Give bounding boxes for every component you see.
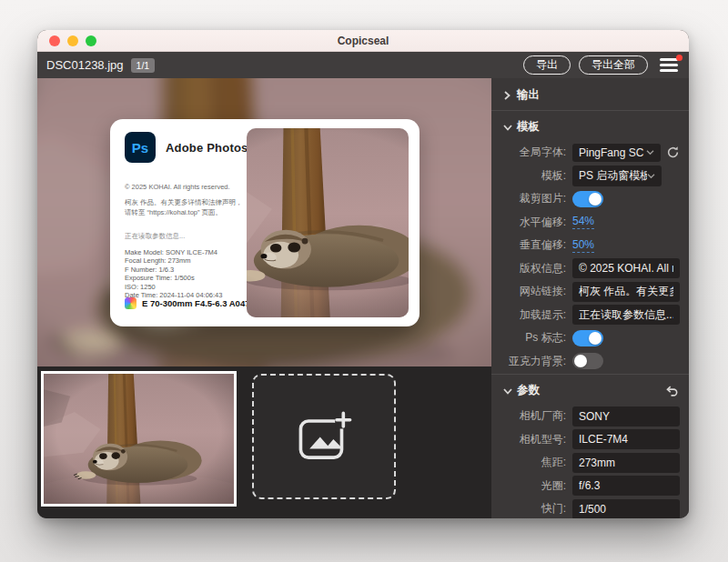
- field-label: 相机型号:: [491, 432, 566, 447]
- field-label: 模板:: [491, 168, 566, 184]
- section-params-label: 参数: [517, 383, 540, 398]
- zoom-icon[interactable]: [86, 35, 96, 46]
- section-output-label: 输出: [517, 87, 540, 103]
- watermark-card[interactable]: Ps Adobe Photoshop © 2025 KOHAI. All rig…: [110, 119, 420, 326]
- photo-preview[interactable]: Ps Adobe Photoshop © 2025 KOHAI. All rig…: [37, 78, 491, 366]
- field-website: 网站链接:: [491, 280, 689, 304]
- field-loading-hint: 加载提示:: [491, 304, 689, 327]
- settings-panel: 输出 模板 全局字体: PingFang SC: [491, 78, 689, 518]
- camera-make-input[interactable]: [572, 406, 680, 427]
- undo-icon[interactable]: [664, 385, 678, 397]
- image-counter-badge: 1/1: [131, 58, 156, 73]
- card-text-block: © 2025 KOHAI. All rights reserved. 柯灰 作品…: [125, 183, 243, 300]
- field-label: 光圈:: [491, 478, 566, 494]
- field-horizontal-offset: 水平偏移: 54%: [491, 211, 689, 235]
- font-select-value: PingFang SC: [579, 146, 646, 159]
- camera-model-input[interactable]: [572, 429, 680, 449]
- section-output[interactable]: 输出: [491, 80, 689, 109]
- website-input[interactable]: [572, 282, 680, 302]
- close-icon[interactable]: [49, 35, 60, 46]
- field-copyright: 版权信息:: [491, 257, 689, 281]
- preview-column: Ps Adobe Photoshop © 2025 KOHAI. All rig…: [37, 78, 491, 518]
- field-camera-model: 相机型号:: [491, 428, 689, 452]
- chevron-down-icon: [647, 173, 655, 179]
- chevron-down-icon: [503, 387, 515, 395]
- field-label: 网站链接:: [491, 284, 566, 299]
- field-label: 快门:: [491, 501, 566, 517]
- current-filename: DSC01238.jpg: [46, 58, 124, 72]
- exif-line: F Number: 1/6.3: [125, 266, 243, 275]
- font-select[interactable]: PingFang SC: [572, 144, 661, 162]
- template-select-value: PS 启动窗模板: [579, 168, 647, 184]
- vertical-offset-value[interactable]: 50%: [572, 238, 594, 253]
- field-label: 相机厂商:: [491, 408, 566, 424]
- divider: [491, 374, 689, 375]
- exif-line: Exposure Time: 1/500s: [125, 274, 243, 283]
- ps-logo-toggle[interactable]: [572, 330, 603, 346]
- exif-line: Make Model: SONY ILCE-7M4: [125, 248, 243, 257]
- field-aperture: 光圈:: [491, 475, 689, 498]
- exif-line: Focal Length: 273mm: [125, 256, 243, 266]
- crop-toggle[interactable]: [572, 191, 603, 207]
- field-crop-image: 裁剪图片:: [491, 187, 689, 211]
- focal-length-input[interactable]: [572, 453, 680, 473]
- field-vertical-offset: 垂直偏移: 50%: [491, 234, 689, 257]
- chevron-right-icon: [503, 91, 515, 100]
- lens-badge: E 70-300mm F4.5-6.3 A047: [125, 297, 249, 309]
- field-label: 裁剪图片:: [491, 191, 566, 206]
- shutter-input[interactable]: [572, 499, 680, 518]
- loading-hint-input[interactable]: [572, 305, 680, 325]
- thumbnail-strip: [37, 366, 491, 518]
- photoshop-logo-icon: Ps: [125, 132, 156, 163]
- chevron-down-icon: [646, 149, 654, 156]
- section-template-label: 模板: [517, 119, 540, 135]
- add-image-dropzone[interactable]: [252, 374, 396, 499]
- window-title: Copicseal: [338, 35, 389, 47]
- field-label: 版权信息:: [491, 261, 566, 276]
- field-shutter: 快门:: [491, 497, 689, 518]
- acrylic-toggle[interactable]: [572, 353, 603, 369]
- field-template: 模板: PS 启动窗模板: [491, 165, 689, 188]
- field-label: 亚克力背景:: [491, 354, 566, 369]
- copyright-input[interactable]: [572, 258, 680, 278]
- toolbar: DSC01238.jpg 1/1 导出 导出全部: [37, 52, 689, 78]
- thumbnail-selected[interactable]: [41, 371, 237, 507]
- hamburger-menu-icon[interactable]: [660, 58, 678, 72]
- field-label: 加载提示:: [491, 307, 566, 323]
- field-global-font: 全局字体: PingFang SC: [491, 141, 689, 165]
- field-acrylic: 亚克力背景:: [491, 350, 689, 374]
- titlebar: Copicseal: [37, 30, 689, 52]
- field-label: 水平偏移:: [491, 215, 566, 230]
- field-camera-make: 相机厂商:: [491, 405, 689, 428]
- refresh-icon[interactable]: [666, 146, 680, 159]
- field-label: 全局字体:: [491, 145, 566, 160]
- field-label: 焦距:: [491, 455, 566, 470]
- exif-line: ISO: 1250: [125, 283, 243, 292]
- card-photo: [247, 128, 409, 317]
- export-button[interactable]: 导出: [523, 55, 571, 75]
- card-copyright: © 2025 KOHAI. All rights reserved.: [125, 183, 243, 192]
- app-window: Copicseal DSC01238.jpg 1/1 导出 导出全部 Ps: [37, 30, 689, 518]
- notification-dot: [676, 55, 682, 61]
- card-exif-block: Make Model: SONY ILCE-7M4 Focal Length: …: [125, 248, 243, 301]
- lens-color-icon: [125, 297, 136, 309]
- minimize-icon[interactable]: [67, 35, 78, 46]
- card-website: 柯灰 作品。有关更多详情和法律声明，请转至 “https://kohai.top…: [125, 198, 243, 218]
- section-template[interactable]: 模板: [491, 112, 689, 141]
- aperture-input[interactable]: [572, 476, 680, 496]
- export-all-button[interactable]: 导出全部: [579, 55, 648, 75]
- chevron-down-icon: [503, 124, 515, 131]
- field-focal-length: 焦距:: [491, 451, 689, 475]
- lens-name: E 70-300mm F4.5-6.3 A047: [142, 298, 249, 308]
- thumbnail-image: [44, 374, 234, 504]
- section-params[interactable]: 参数: [491, 376, 689, 405]
- template-select[interactable]: PS 启动窗模板: [572, 166, 662, 186]
- divider: [491, 110, 689, 111]
- horizontal-offset-value[interactable]: 54%: [572, 215, 594, 229]
- field-ps-logo: Ps 标志:: [491, 326, 689, 350]
- main-content: Ps Adobe Photoshop © 2025 KOHAI. All rig…: [37, 78, 689, 518]
- field-label: Ps 标志:: [491, 330, 566, 346]
- card-loading-text: 正在读取参数信息...: [125, 232, 243, 241]
- field-label: 垂直偏移:: [491, 237, 566, 253]
- image-plus-icon: [296, 411, 352, 462]
